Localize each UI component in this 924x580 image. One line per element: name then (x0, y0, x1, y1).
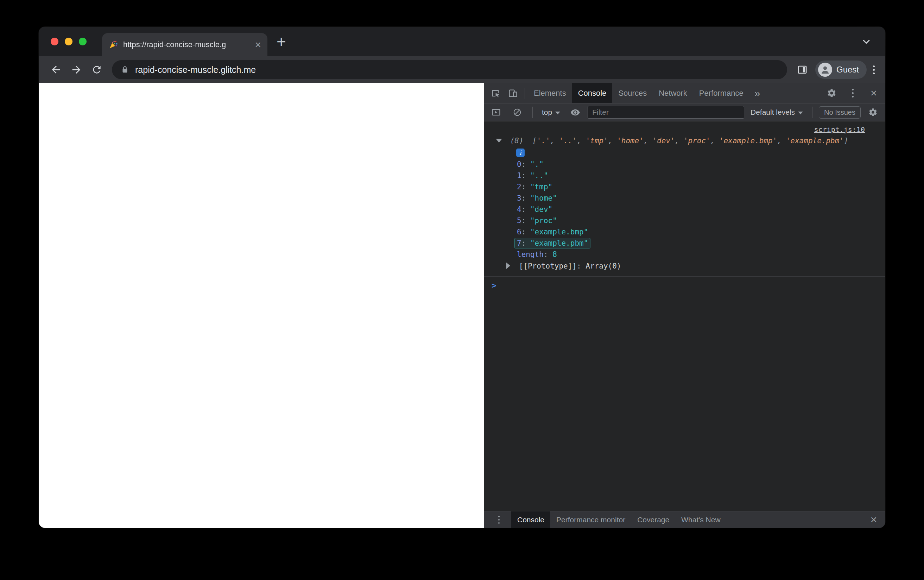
console-output: script.js:10 (8) ['.', '..', 'tmp', 'hom… (484, 122, 885, 511)
device-toolbar-button[interactable] (504, 85, 522, 101)
url-text: rapid-concise-muscle.glitch.me (135, 65, 256, 75)
clear-console-button[interactable] (508, 104, 526, 120)
context-selector[interactable]: top (539, 108, 563, 117)
array-entry-row: 3: "home" (484, 193, 885, 204)
info-icon: i (516, 148, 524, 157)
browser-toolbar: rapid-concise-muscle.glitch.me Guest (39, 56, 885, 83)
devtools-close-button[interactable]: × (865, 85, 883, 101)
devtools-panel: Elements Console Sources Network Perform… (484, 83, 885, 528)
tab-close-icon[interactable]: × (255, 40, 261, 50)
array-preview-row: (8) ['.', '..', 'tmp', 'home', 'dev', 'p… (484, 135, 885, 147)
array-length-row: length: 8 (484, 249, 885, 260)
length-key: length (517, 250, 544, 259)
back-button[interactable] (46, 59, 66, 80)
prototype-value: Array(0) (585, 262, 621, 270)
more-tabs-button[interactable]: » (750, 87, 765, 99)
bracket-open: [ (533, 137, 537, 145)
tab-strip: https://rapid-concise-muscle.g × + (39, 27, 885, 56)
forward-button[interactable] (66, 59, 87, 80)
drawer-tab-whats-new[interactable]: What's New (675, 511, 726, 528)
browser-tab[interactable]: https://rapid-concise-muscle.g × (102, 33, 267, 56)
window-content: Elements Console Sources Network Perform… (39, 83, 885, 528)
prompt-chevron-icon: > (492, 281, 497, 290)
tab-search-chevron-icon[interactable] (861, 36, 872, 47)
console-toolbar: top Default levels No Issues (484, 104, 885, 122)
array-preview-items: '.', '..', 'tmp', 'home', 'dev', 'proc',… (537, 137, 844, 145)
page-content (39, 83, 484, 528)
devtools-settings-button[interactable] (823, 85, 840, 101)
window-close-button[interactable] (51, 38, 58, 45)
prototype-key: [[Prototype]] (519, 262, 577, 270)
tab-console[interactable]: Console (572, 83, 613, 103)
address-bar[interactable]: rapid-concise-muscle.glitch.me (112, 60, 787, 79)
array-entry-row: 1: ".." (484, 170, 885, 181)
tab-title: https://rapid-concise-muscle.g (123, 40, 250, 49)
drawer-tab-console[interactable]: Console (511, 511, 550, 528)
inspect-element-button[interactable] (487, 85, 504, 101)
array-entry-row: 6: "example.bmp" (484, 226, 885, 237)
window-zoom-button[interactable] (79, 38, 87, 45)
devtools-drawer-bar: Console Performance monitor Coverage Wha… (484, 511, 885, 528)
reload-button[interactable] (87, 59, 107, 80)
chevron-down-icon (555, 112, 560, 114)
prototype-row: [[Prototype]]: Array(0) (484, 260, 885, 272)
side-panel-button[interactable] (792, 59, 812, 80)
tab-elements[interactable]: Elements (528, 83, 572, 103)
disclosure-triangle-expanded-icon[interactable] (496, 138, 502, 143)
issues-badge[interactable]: No Issues (819, 106, 861, 119)
array-entries: 0: "."1: ".."2: "tmp"3: "home"4: "dev"5:… (484, 159, 885, 249)
browser-window: https://rapid-concise-muscle.g × + rapid… (39, 27, 885, 528)
levels-label: Default levels (751, 108, 795, 117)
drawer-menu-button[interactable] (487, 512, 511, 528)
drawer-close-button[interactable]: × (865, 512, 883, 528)
array-entry-row: 4: "dev" (484, 204, 885, 215)
console-settings-button[interactable] (864, 104, 882, 120)
separator (524, 87, 525, 99)
profile-label: Guest (836, 65, 859, 75)
tab-network[interactable]: Network (653, 83, 693, 103)
console-sidebar-toggle-icon[interactable] (487, 104, 505, 120)
profile-chip[interactable]: Guest (815, 61, 866, 79)
traffic-lights (51, 38, 87, 45)
avatar (818, 63, 832, 77)
party-popper-favicon-icon (109, 40, 118, 49)
array-count: (8) (510, 137, 524, 145)
info-row: i (484, 147, 885, 159)
bracket-close: ] (844, 137, 848, 145)
chevron-down-icon (798, 112, 803, 114)
context-selector-value: top (542, 108, 552, 117)
length-value: 8 (552, 250, 557, 259)
console-log-entry: script.js:10 (8) ['.', '..', 'tmp', 'hom… (484, 123, 885, 277)
devtools-menu-button[interactable] (840, 85, 865, 101)
array-entry-row: 0: "." (484, 159, 885, 170)
browser-menu-button[interactable] (870, 66, 878, 74)
array-entry-row: 2: "tmp" (484, 181, 885, 193)
console-prompt[interactable]: > (484, 277, 885, 290)
tab-performance[interactable]: Performance (693, 83, 750, 103)
devtools-main-toolbar: Elements Console Sources Network Perform… (484, 83, 885, 104)
new-tab-button[interactable]: + (276, 35, 286, 49)
source-link-row: script.js:10 (484, 124, 885, 135)
drawer-tab-coverage[interactable]: Coverage (631, 511, 675, 528)
tab-sources[interactable]: Sources (612, 83, 653, 103)
array-entry-row: 7: "example.pbm" (484, 237, 885, 249)
array-entry-row: 5: "proc" (484, 215, 885, 226)
disclosure-triangle-collapsed-icon[interactable] (506, 262, 510, 269)
separator (812, 107, 812, 118)
lock-icon (120, 65, 130, 74)
drawer-tab-performance-monitor[interactable]: Performance monitor (550, 511, 631, 528)
source-link[interactable]: script.js:10 (814, 125, 865, 134)
filter-input[interactable] (588, 106, 744, 119)
levels-dropdown[interactable]: Default levels (748, 108, 806, 117)
live-expression-eye-button[interactable] (567, 104, 584, 120)
window-minimize-button[interactable] (65, 38, 72, 45)
